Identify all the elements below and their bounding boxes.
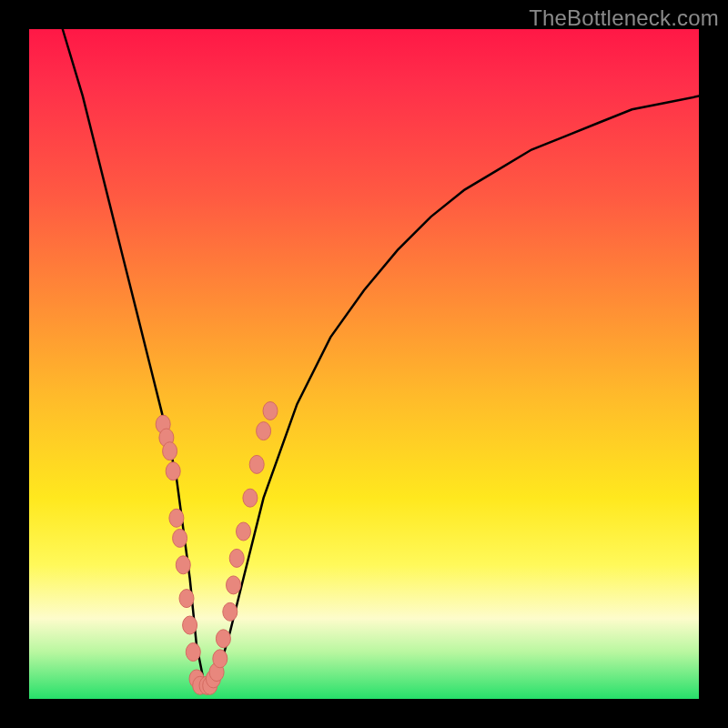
- data-marker: [179, 590, 194, 608]
- data-marker: [237, 522, 251, 541]
- data-marker: [169, 509, 184, 527]
- data-marker: [227, 576, 241, 594]
- data-marker: [173, 529, 187, 547]
- data-marker: [249, 455, 264, 473]
- bottleneck-curve-svg: [29, 29, 699, 699]
- data-marker: [183, 616, 197, 634]
- data-marker: [243, 489, 258, 507]
- watermark-text: TheBottleneck.com: [529, 5, 719, 31]
- data-marker: [213, 650, 228, 668]
- chart-frame: TheBottleneck.com: [0, 0, 728, 728]
- curve-group: [63, 29, 699, 685]
- data-marker: [186, 643, 200, 662]
- markers-group: [156, 402, 278, 695]
- plot-area: [29, 29, 699, 699]
- data-marker: [176, 556, 190, 574]
- bottleneck-curve: [63, 29, 699, 685]
- data-marker: [263, 402, 278, 420]
- data-marker: [166, 462, 180, 480]
- data-marker: [216, 630, 230, 648]
- data-marker: [229, 549, 244, 567]
- data-marker: [223, 602, 238, 621]
- data-marker: [257, 422, 271, 440]
- data-marker: [163, 442, 177, 460]
